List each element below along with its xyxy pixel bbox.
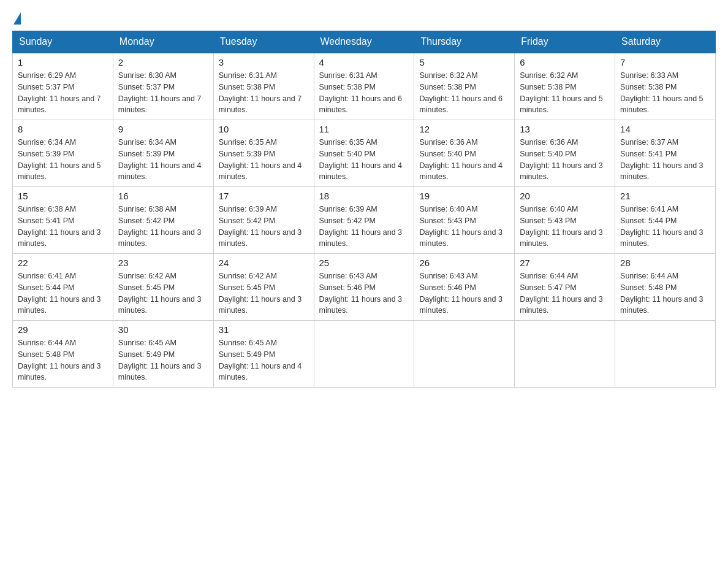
week-row-5: 29Sunrise: 6:44 AMSunset: 5:48 PMDayligh… bbox=[13, 321, 716, 388]
day-info: Sunrise: 6:43 AMSunset: 5:46 PMDaylight:… bbox=[319, 270, 409, 316]
day-number: 22 bbox=[18, 258, 108, 268]
calendar-header-sunday: Sunday bbox=[13, 31, 113, 53]
day-number: 7 bbox=[620, 57, 710, 67]
calendar-cell: 6Sunrise: 6:32 AMSunset: 5:38 PMDaylight… bbox=[515, 53, 615, 120]
calendar-cell: 3Sunrise: 6:31 AMSunset: 5:38 PMDaylight… bbox=[213, 53, 314, 120]
day-info: Sunrise: 6:33 AMSunset: 5:38 PMDaylight:… bbox=[620, 70, 710, 116]
calendar-header-thursday: Thursday bbox=[414, 31, 515, 53]
calendar-cell: 25Sunrise: 6:43 AMSunset: 5:46 PMDayligh… bbox=[314, 254, 414, 321]
day-number: 1 bbox=[18, 57, 108, 67]
day-number: 16 bbox=[118, 191, 208, 201]
logo-text bbox=[12, 12, 22, 25]
day-info: Sunrise: 6:44 AMSunset: 5:48 PMDaylight:… bbox=[18, 337, 108, 383]
day-number: 17 bbox=[219, 191, 309, 201]
page-header bbox=[12, 12, 716, 25]
day-info: Sunrise: 6:45 AMSunset: 5:49 PMDaylight:… bbox=[219, 337, 309, 383]
day-info: Sunrise: 6:36 AMSunset: 5:40 PMDaylight:… bbox=[419, 137, 509, 183]
calendar-cell bbox=[515, 321, 615, 388]
calendar-cell: 28Sunrise: 6:44 AMSunset: 5:48 PMDayligh… bbox=[615, 254, 716, 321]
day-info: Sunrise: 6:32 AMSunset: 5:38 PMDaylight:… bbox=[520, 70, 610, 116]
day-info: Sunrise: 6:40 AMSunset: 5:43 PMDaylight:… bbox=[520, 204, 610, 250]
day-number: 4 bbox=[319, 57, 409, 67]
day-number: 9 bbox=[118, 124, 208, 134]
calendar-cell: 19Sunrise: 6:40 AMSunset: 5:43 PMDayligh… bbox=[414, 187, 515, 254]
calendar-cell: 29Sunrise: 6:44 AMSunset: 5:48 PMDayligh… bbox=[13, 321, 113, 388]
calendar-cell: 27Sunrise: 6:44 AMSunset: 5:47 PMDayligh… bbox=[515, 254, 615, 321]
day-number: 10 bbox=[219, 124, 309, 134]
calendar-cell: 1Sunrise: 6:29 AMSunset: 5:37 PMDaylight… bbox=[13, 53, 113, 120]
calendar-cell: 21Sunrise: 6:41 AMSunset: 5:44 PMDayligh… bbox=[615, 187, 716, 254]
calendar-cell: 18Sunrise: 6:39 AMSunset: 5:42 PMDayligh… bbox=[314, 187, 414, 254]
day-info: Sunrise: 6:40 AMSunset: 5:43 PMDaylight:… bbox=[419, 204, 509, 250]
logo-triangle-icon bbox=[13, 12, 21, 25]
calendar-cell: 30Sunrise: 6:45 AMSunset: 5:49 PMDayligh… bbox=[113, 321, 213, 388]
calendar-cell: 24Sunrise: 6:42 AMSunset: 5:45 PMDayligh… bbox=[213, 254, 314, 321]
week-row-3: 15Sunrise: 6:38 AMSunset: 5:41 PMDayligh… bbox=[13, 187, 716, 254]
calendar-cell: 14Sunrise: 6:37 AMSunset: 5:41 PMDayligh… bbox=[615, 120, 716, 187]
day-info: Sunrise: 6:45 AMSunset: 5:49 PMDaylight:… bbox=[118, 337, 208, 383]
day-number: 2 bbox=[118, 57, 208, 67]
day-info: Sunrise: 6:30 AMSunset: 5:37 PMDaylight:… bbox=[118, 70, 208, 116]
day-number: 3 bbox=[219, 57, 309, 67]
calendar-cell: 13Sunrise: 6:36 AMSunset: 5:40 PMDayligh… bbox=[515, 120, 615, 187]
calendar-cell: 10Sunrise: 6:35 AMSunset: 5:39 PMDayligh… bbox=[213, 120, 314, 187]
day-number: 14 bbox=[620, 124, 710, 134]
day-info: Sunrise: 6:42 AMSunset: 5:45 PMDaylight:… bbox=[118, 270, 208, 316]
day-info: Sunrise: 6:38 AMSunset: 5:42 PMDaylight:… bbox=[118, 204, 208, 250]
calendar-cell: 4Sunrise: 6:31 AMSunset: 5:38 PMDaylight… bbox=[314, 53, 414, 120]
calendar-cell: 20Sunrise: 6:40 AMSunset: 5:43 PMDayligh… bbox=[515, 187, 615, 254]
day-number: 26 bbox=[419, 258, 509, 268]
calendar-cell: 5Sunrise: 6:32 AMSunset: 5:38 PMDaylight… bbox=[414, 53, 515, 120]
calendar-header-tuesday: Tuesday bbox=[213, 31, 314, 53]
day-number: 15 bbox=[18, 191, 108, 201]
calendar-cell bbox=[314, 321, 414, 388]
day-info: Sunrise: 6:31 AMSunset: 5:38 PMDaylight:… bbox=[319, 70, 409, 116]
day-info: Sunrise: 6:43 AMSunset: 5:46 PMDaylight:… bbox=[419, 270, 509, 316]
day-number: 12 bbox=[419, 124, 509, 134]
calendar-cell: 16Sunrise: 6:38 AMSunset: 5:42 PMDayligh… bbox=[113, 187, 213, 254]
day-info: Sunrise: 6:29 AMSunset: 5:37 PMDaylight:… bbox=[18, 70, 108, 116]
calendar-header-friday: Friday bbox=[515, 31, 615, 53]
day-info: Sunrise: 6:37 AMSunset: 5:41 PMDaylight:… bbox=[620, 137, 710, 183]
calendar-cell: 11Sunrise: 6:35 AMSunset: 5:40 PMDayligh… bbox=[314, 120, 414, 187]
day-info: Sunrise: 6:35 AMSunset: 5:40 PMDaylight:… bbox=[319, 137, 409, 183]
day-info: Sunrise: 6:39 AMSunset: 5:42 PMDaylight:… bbox=[219, 204, 309, 250]
day-number: 24 bbox=[219, 258, 309, 268]
day-number: 31 bbox=[219, 324, 309, 335]
day-number: 18 bbox=[319, 191, 409, 201]
day-info: Sunrise: 6:39 AMSunset: 5:42 PMDaylight:… bbox=[319, 204, 409, 250]
calendar-cell: 9Sunrise: 6:34 AMSunset: 5:39 PMDaylight… bbox=[113, 120, 213, 187]
day-number: 19 bbox=[419, 191, 509, 201]
day-info: Sunrise: 6:38 AMSunset: 5:41 PMDaylight:… bbox=[18, 204, 108, 250]
day-number: 23 bbox=[118, 258, 208, 268]
calendar-cell: 26Sunrise: 6:43 AMSunset: 5:46 PMDayligh… bbox=[414, 254, 515, 321]
day-number: 11 bbox=[319, 124, 409, 134]
day-number: 5 bbox=[419, 57, 509, 67]
calendar-cell bbox=[414, 321, 515, 388]
calendar-table: SundayMondayTuesdayWednesdayThursdayFrid… bbox=[12, 31, 716, 388]
day-info: Sunrise: 6:44 AMSunset: 5:47 PMDaylight:… bbox=[520, 270, 610, 316]
calendar-cell bbox=[615, 321, 716, 388]
week-row-2: 8Sunrise: 6:34 AMSunset: 5:39 PMDaylight… bbox=[13, 120, 716, 187]
calendar-header-wednesday: Wednesday bbox=[314, 31, 414, 53]
calendar-header-saturday: Saturday bbox=[615, 31, 716, 53]
calendar-cell: 17Sunrise: 6:39 AMSunset: 5:42 PMDayligh… bbox=[213, 187, 314, 254]
day-info: Sunrise: 6:34 AMSunset: 5:39 PMDaylight:… bbox=[118, 137, 208, 183]
calendar-cell: 7Sunrise: 6:33 AMSunset: 5:38 PMDaylight… bbox=[615, 53, 716, 120]
day-info: Sunrise: 6:36 AMSunset: 5:40 PMDaylight:… bbox=[520, 137, 610, 183]
day-number: 8 bbox=[18, 124, 108, 134]
calendar-cell: 8Sunrise: 6:34 AMSunset: 5:39 PMDaylight… bbox=[13, 120, 113, 187]
calendar-cell: 31Sunrise: 6:45 AMSunset: 5:49 PMDayligh… bbox=[213, 321, 314, 388]
calendar-cell: 15Sunrise: 6:38 AMSunset: 5:41 PMDayligh… bbox=[13, 187, 113, 254]
day-number: 27 bbox=[520, 258, 610, 268]
day-info: Sunrise: 6:41 AMSunset: 5:44 PMDaylight:… bbox=[18, 270, 108, 316]
day-number: 13 bbox=[520, 124, 610, 134]
calendar-cell: 2Sunrise: 6:30 AMSunset: 5:37 PMDaylight… bbox=[113, 53, 213, 120]
day-number: 21 bbox=[620, 191, 710, 201]
day-number: 6 bbox=[520, 57, 610, 67]
calendar-cell: 23Sunrise: 6:42 AMSunset: 5:45 PMDayligh… bbox=[113, 254, 213, 321]
calendar-cell: 22Sunrise: 6:41 AMSunset: 5:44 PMDayligh… bbox=[13, 254, 113, 321]
week-row-4: 22Sunrise: 6:41 AMSunset: 5:44 PMDayligh… bbox=[13, 254, 716, 321]
calendar-cell: 12Sunrise: 6:36 AMSunset: 5:40 PMDayligh… bbox=[414, 120, 515, 187]
day-info: Sunrise: 6:44 AMSunset: 5:48 PMDaylight:… bbox=[620, 270, 710, 316]
